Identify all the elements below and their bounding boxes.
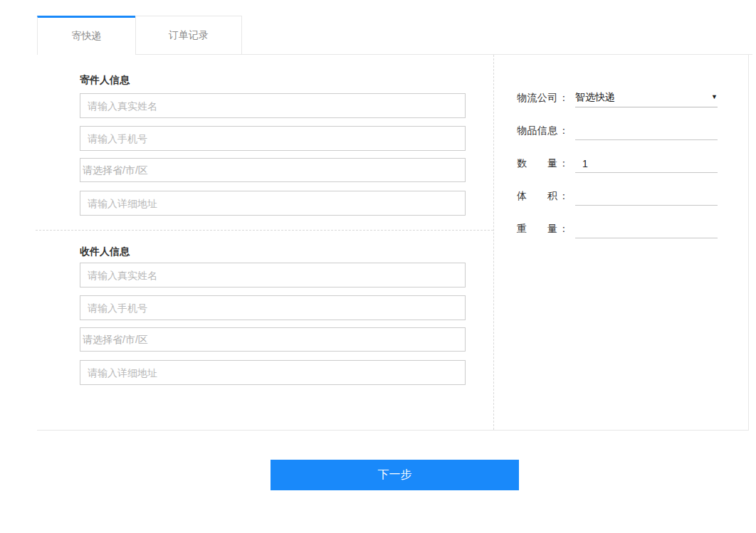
weight-row: 重量 ：: [517, 220, 745, 238]
section-dashed-divider: [36, 230, 493, 231]
next-step-button[interactable]: 下一步: [271, 460, 519, 490]
recipient-region-select[interactable]: 请选择省/市/区: [80, 327, 466, 352]
chevron-down-icon: ▼: [711, 93, 718, 100]
recipient-section-title: 收件人信息: [80, 246, 130, 258]
sender-address-input[interactable]: [80, 191, 466, 216]
recipient-address-input[interactable]: [80, 360, 466, 385]
package-details-panel: 物流公司 ： 智选快递 ▼ 物品信息 ： 数量 ： 体积 ： 重量 ：: [494, 55, 748, 430]
logistics-company-select[interactable]: 智选快递 ▼: [575, 89, 718, 107]
volume-row: 体积 ：: [517, 187, 745, 206]
quantity-label: 数量: [517, 157, 557, 170]
recipient-phone-input[interactable]: [80, 295, 466, 320]
logistics-company-row: 物流公司 ： 智选快递 ▼: [517, 89, 745, 107]
sender-region-select[interactable]: 请选择省/市/区: [80, 158, 466, 182]
logistics-company-colon: ：: [559, 92, 569, 105]
item-info-colon: ：: [559, 125, 569, 137]
item-info-label: 物品信息: [517, 125, 557, 137]
volume-colon: ：: [559, 190, 569, 203]
recipient-name-input[interactable]: [80, 263, 466, 287]
volume-input[interactable]: [575, 187, 718, 206]
weight-label: 重量: [517, 223, 557, 236]
sender-section-title: 寄件人信息: [80, 74, 130, 87]
sender-phone-input[interactable]: [80, 126, 466, 151]
quantity-row: 数量 ：: [517, 154, 745, 173]
volume-label: 体积: [517, 190, 557, 203]
tab-bar: 寄快递 订单记录: [37, 16, 242, 55]
tab-send-express[interactable]: 寄快递: [37, 16, 135, 55]
quantity-colon: ：: [559, 157, 569, 170]
form-content-area: 寄件人信息 请选择省/市/区 收件人信息 请选择省/市/区 物流公司 ： 智选快…: [37, 55, 749, 431]
logistics-company-value: 智选快递: [575, 91, 615, 104]
sender-name-input[interactable]: [80, 93, 466, 118]
item-info-input[interactable]: [575, 122, 718, 140]
logistics-company-label: 物流公司: [517, 92, 557, 105]
tab-order-history[interactable]: 订单记录: [135, 16, 242, 55]
weight-colon: ：: [559, 223, 569, 236]
weight-input[interactable]: [575, 220, 718, 238]
quantity-input[interactable]: [575, 154, 718, 173]
item-info-row: 物品信息 ：: [517, 122, 745, 140]
